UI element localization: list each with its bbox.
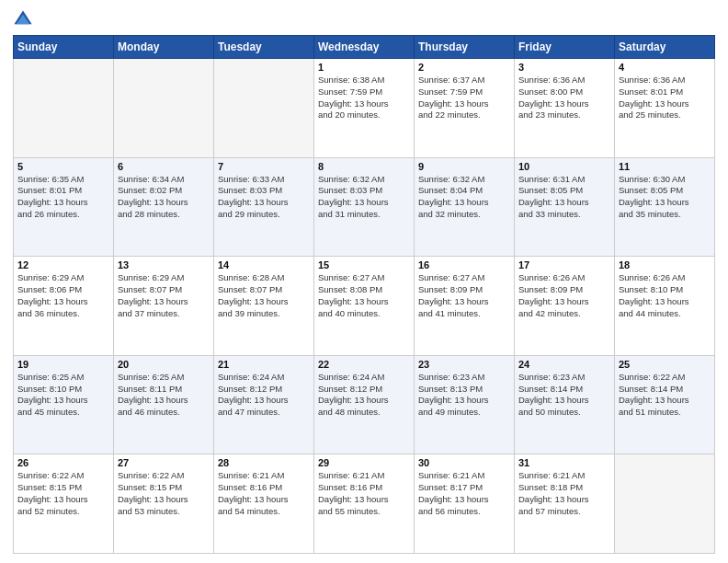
weekday-header-tuesday: Tuesday: [214, 36, 314, 59]
calendar-cell: 25Sunrise: 6:22 AMSunset: 8:14 PMDayligh…: [615, 355, 715, 454]
day-number: 17: [518, 259, 610, 270]
day-number: 18: [619, 259, 711, 270]
day-number: 10: [518, 161, 610, 172]
calendar-week-row: 26Sunrise: 6:22 AMSunset: 8:15 PMDayligh…: [14, 454, 715, 554]
day-info: Sunrise: 6:26 AMSunset: 8:09 PMDaylight:…: [518, 272, 610, 319]
day-info: Sunrise: 6:28 AMSunset: 8:07 PMDaylight:…: [218, 272, 310, 319]
weekday-header-friday: Friday: [515, 36, 615, 59]
calendar-cell: 28Sunrise: 6:21 AMSunset: 8:16 PMDayligh…: [214, 454, 314, 554]
calendar-cell: 8Sunrise: 6:32 AMSunset: 8:03 PMDaylight…: [314, 157, 415, 257]
day-number: 8: [318, 161, 410, 172]
day-info: Sunrise: 6:23 AMSunset: 8:14 PMDaylight:…: [518, 372, 610, 419]
calendar-week-row: 5Sunrise: 6:35 AMSunset: 8:01 PMDaylight…: [14, 157, 715, 257]
calendar-cell: 1Sunrise: 6:38 AMSunset: 7:59 PMDaylight…: [314, 59, 415, 158]
day-number: 4: [619, 62, 711, 73]
day-info: Sunrise: 6:38 AMSunset: 7:59 PMDaylight:…: [318, 75, 410, 121]
calendar-cell: 17Sunrise: 6:26 AMSunset: 8:09 PMDayligh…: [515, 257, 615, 356]
day-info: Sunrise: 6:21 AMSunset: 8:16 PMDaylight:…: [218, 470, 310, 517]
day-number: 23: [418, 359, 510, 370]
day-number: 3: [518, 62, 610, 73]
weekday-header-monday: Monday: [114, 36, 214, 59]
day-info: Sunrise: 6:37 AMSunset: 7:59 PMDaylight:…: [418, 75, 510, 121]
calendar-cell: 30Sunrise: 6:21 AMSunset: 8:17 PMDayligh…: [415, 454, 515, 554]
weekday-header-sunday: Sunday: [14, 36, 114, 59]
day-info: Sunrise: 6:29 AMSunset: 8:06 PMDaylight:…: [17, 272, 109, 319]
day-info: Sunrise: 6:27 AMSunset: 8:09 PMDaylight:…: [418, 272, 510, 319]
day-number: 26: [17, 457, 109, 468]
calendar-cell: 10Sunrise: 6:31 AMSunset: 8:05 PMDayligh…: [515, 157, 615, 257]
day-info: Sunrise: 6:22 AMSunset: 8:15 PMDaylight:…: [118, 470, 210, 517]
day-number: 30: [418, 457, 510, 468]
day-info: Sunrise: 6:21 AMSunset: 8:17 PMDaylight:…: [418, 470, 510, 517]
day-number: 22: [318, 359, 410, 370]
day-info: Sunrise: 6:21 AMSunset: 8:16 PMDaylight:…: [318, 470, 410, 517]
calendar-header-row: SundayMondayTuesdayWednesdayThursdayFrid…: [14, 36, 715, 59]
day-number: 6: [118, 161, 210, 172]
day-number: 31: [518, 457, 610, 468]
weekday-header-saturday: Saturday: [615, 36, 715, 59]
day-number: 29: [318, 457, 410, 468]
day-info: Sunrise: 6:30 AMSunset: 8:05 PMDaylight:…: [619, 174, 711, 221]
day-number: 12: [17, 259, 109, 270]
logo-icon: [13, 9, 33, 29]
day-info: Sunrise: 6:22 AMSunset: 8:15 PMDaylight:…: [17, 470, 109, 517]
calendar-cell: 21Sunrise: 6:24 AMSunset: 8:12 PMDayligh…: [214, 355, 314, 454]
calendar-cell: 22Sunrise: 6:24 AMSunset: 8:12 PMDayligh…: [314, 355, 415, 454]
weekday-header-thursday: Thursday: [415, 36, 515, 59]
day-number: 25: [619, 359, 711, 370]
day-number: 13: [118, 259, 210, 270]
day-info: Sunrise: 6:25 AMSunset: 8:10 PMDaylight:…: [17, 372, 109, 419]
day-number: 9: [418, 161, 510, 172]
logo: [13, 9, 37, 29]
calendar-cell: 16Sunrise: 6:27 AMSunset: 8:09 PMDayligh…: [415, 257, 515, 356]
day-number: 19: [17, 359, 109, 370]
calendar-cell: 3Sunrise: 6:36 AMSunset: 8:00 PMDaylight…: [515, 59, 615, 158]
calendar-cell: 19Sunrise: 6:25 AMSunset: 8:10 PMDayligh…: [14, 355, 114, 454]
calendar-cell: [114, 59, 214, 158]
day-info: Sunrise: 6:31 AMSunset: 8:05 PMDaylight:…: [518, 174, 610, 221]
calendar-cell: 29Sunrise: 6:21 AMSunset: 8:16 PMDayligh…: [314, 454, 415, 554]
calendar-cell: 4Sunrise: 6:36 AMSunset: 8:01 PMDaylight…: [615, 59, 715, 158]
calendar-cell: 9Sunrise: 6:32 AMSunset: 8:04 PMDaylight…: [415, 157, 515, 257]
calendar-cell: 24Sunrise: 6:23 AMSunset: 8:14 PMDayligh…: [515, 355, 615, 454]
calendar-cell: 11Sunrise: 6:30 AMSunset: 8:05 PMDayligh…: [615, 157, 715, 257]
page: SundayMondayTuesdayWednesdayThursdayFrid…: [0, 0, 728, 563]
calendar-cell: 31Sunrise: 6:21 AMSunset: 8:18 PMDayligh…: [515, 454, 615, 554]
day-info: Sunrise: 6:23 AMSunset: 8:13 PMDaylight:…: [418, 372, 510, 419]
calendar-cell: 2Sunrise: 6:37 AMSunset: 7:59 PMDaylight…: [415, 59, 515, 158]
day-info: Sunrise: 6:32 AMSunset: 8:03 PMDaylight:…: [318, 174, 410, 221]
calendar-cell: 7Sunrise: 6:33 AMSunset: 8:03 PMDaylight…: [214, 157, 314, 257]
day-info: Sunrise: 6:27 AMSunset: 8:08 PMDaylight:…: [318, 272, 410, 319]
day-info: Sunrise: 6:21 AMSunset: 8:18 PMDaylight:…: [518, 470, 610, 517]
day-number: 24: [518, 359, 610, 370]
calendar-cell: 14Sunrise: 6:28 AMSunset: 8:07 PMDayligh…: [214, 257, 314, 356]
day-info: Sunrise: 6:33 AMSunset: 8:03 PMDaylight:…: [218, 174, 310, 221]
calendar-cell: 27Sunrise: 6:22 AMSunset: 8:15 PMDayligh…: [114, 454, 214, 554]
day-info: Sunrise: 6:26 AMSunset: 8:10 PMDaylight:…: [619, 272, 711, 319]
day-info: Sunrise: 6:36 AMSunset: 8:00 PMDaylight:…: [518, 75, 610, 121]
day-number: 21: [218, 359, 310, 370]
day-info: Sunrise: 6:24 AMSunset: 8:12 PMDaylight:…: [218, 372, 310, 419]
day-number: 1: [318, 62, 410, 73]
day-info: Sunrise: 6:24 AMSunset: 8:12 PMDaylight:…: [318, 372, 410, 419]
calendar-cell: [615, 454, 715, 554]
calendar-week-row: 12Sunrise: 6:29 AMSunset: 8:06 PMDayligh…: [14, 257, 715, 356]
day-info: Sunrise: 6:22 AMSunset: 8:14 PMDaylight:…: [619, 372, 711, 419]
calendar-cell: 18Sunrise: 6:26 AMSunset: 8:10 PMDayligh…: [615, 257, 715, 356]
calendar-cell: 12Sunrise: 6:29 AMSunset: 8:06 PMDayligh…: [14, 257, 114, 356]
day-number: 28: [218, 457, 310, 468]
day-number: 14: [218, 259, 310, 270]
day-number: 2: [418, 62, 510, 73]
day-info: Sunrise: 6:25 AMSunset: 8:11 PMDaylight:…: [118, 372, 210, 419]
day-info: Sunrise: 6:34 AMSunset: 8:02 PMDaylight:…: [118, 174, 210, 221]
day-number: 16: [418, 259, 510, 270]
calendar-cell: [214, 59, 314, 158]
calendar-week-row: 19Sunrise: 6:25 AMSunset: 8:10 PMDayligh…: [14, 355, 715, 454]
weekday-header-wednesday: Wednesday: [314, 36, 415, 59]
day-number: 20: [118, 359, 210, 370]
calendar-cell: [14, 59, 114, 158]
calendar-cell: 20Sunrise: 6:25 AMSunset: 8:11 PMDayligh…: [114, 355, 214, 454]
day-number: 7: [218, 161, 310, 172]
day-info: Sunrise: 6:29 AMSunset: 8:07 PMDaylight:…: [118, 272, 210, 319]
day-number: 11: [619, 161, 711, 172]
